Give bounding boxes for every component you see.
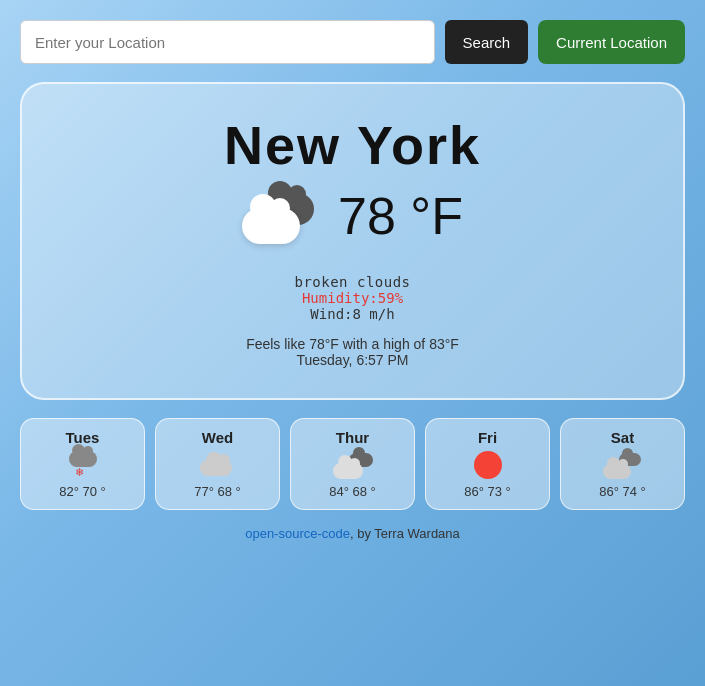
forecast-temps-wed: 77° 68 ° [194,484,241,499]
forecast-icon-thur [333,450,373,480]
location-input[interactable] [20,20,435,64]
forecast-tues: Tues ❄ 82° 70 ° [20,418,145,510]
wind-text: Wind:8 m/h [246,306,459,322]
weather-details: broken clouds Humidity:59% Wind:8 m/h Fe… [246,274,459,368]
forecast-wed: Wed 77° 68 ° [155,418,280,510]
forecast-icon-wed [198,450,238,480]
forecast-icon-fri [468,450,508,480]
weather-card: New York 78 °F broken clouds Humidity:59… [20,82,685,400]
forecast-icon-tues: ❄ [63,450,103,480]
forecast-temps-thur: 84° 68 ° [329,484,376,499]
date-text: Tuesday, 6:57 PM [246,352,459,368]
feels-like-text: Feels like 78°F with a high of 83°F [246,336,459,352]
footer-by: , by Terra Wardana [350,526,460,541]
forecast-sat: Sat 86° 74 ° [560,418,685,510]
forecast-day-wed: Wed [202,429,233,446]
city-name: New York [224,114,481,176]
weather-icon [242,189,322,244]
forecast-row: Tues ❄ 82° 70 ° Wed 77° 68 ° Thur 84° 68… [20,418,685,510]
forecast-temps-fri: 86° 73 ° [464,484,511,499]
header-row: Search Current Location [20,20,685,64]
search-button[interactable]: Search [445,20,529,64]
temperature: 78 °F [338,186,463,246]
forecast-temps-sat: 86° 74 ° [599,484,646,499]
forecast-day-tues: Tues [66,429,100,446]
forecast-day-thur: Thur [336,429,369,446]
footer: open-source-code, by Terra Wardana [245,526,460,541]
forecast-day-fri: Fri [478,429,497,446]
forecast-day-sat: Sat [611,429,634,446]
forecast-thur: Thur 84° 68 ° [290,418,415,510]
icon-temp-row: 78 °F [242,186,463,246]
condition-text: broken clouds [246,274,459,290]
humidity-text: Humidity:59% [246,290,459,306]
forecast-temps-tues: 82° 70 ° [59,484,106,499]
forecast-icon-sat [603,450,643,480]
footer-link[interactable]: open-source-code [245,526,350,541]
current-location-button[interactable]: Current Location [538,20,685,64]
forecast-fri: Fri 86° 73 ° [425,418,550,510]
cloud-front [242,208,300,244]
